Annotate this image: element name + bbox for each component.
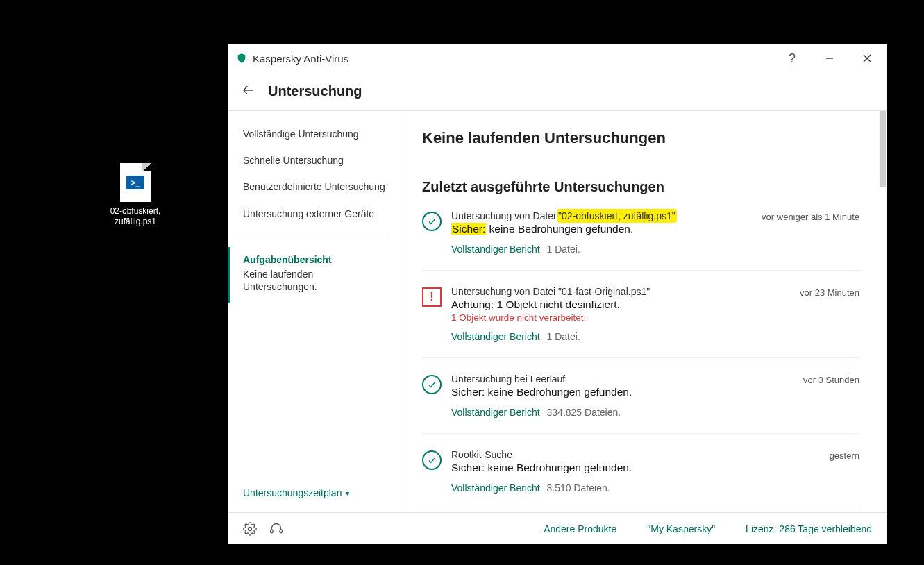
scan-file-count: 3.510 Dateien.	[547, 482, 610, 494]
heading-no-running-scans: Keine laufenden Untersuchungen	[422, 129, 859, 147]
svg-point-4	[249, 527, 252, 530]
powershell-glyph: >_	[126, 176, 144, 189]
chevron-down-icon: ▾	[346, 489, 349, 497]
sidebar-group-subtitle: Keine laufenden Untersuchungen.	[243, 268, 385, 293]
warning-icon: !	[422, 287, 442, 307]
sidebar-schedule-link[interactable]: Untersuchungszeitplan ▾	[228, 478, 401, 508]
settings-button[interactable]	[243, 522, 257, 536]
scan-title: Untersuchung von Datei "02-obfuskiert, z…	[451, 210, 738, 221]
sidebar-group-title: Aufgabenübersicht	[243, 254, 385, 265]
back-button[interactable]	[242, 83, 255, 99]
sidebar-item-task-overview[interactable]: Aufgabenübersicht Keine laufenden Unters…	[228, 247, 401, 303]
scan-time: vor 23 Minuten	[786, 286, 859, 342]
kaspersky-shield-icon	[236, 53, 247, 64]
page-title: Untersuchung	[268, 83, 362, 99]
full-report-link[interactable]: Vollständiger Bericht	[451, 482, 540, 494]
desktop-file-label: 02-obfuskiert, zufällig.ps1	[104, 206, 167, 227]
scan-status-line: Sicher: keine Bedrohungen gefunden.	[451, 386, 780, 398]
checkmark-icon	[422, 375, 442, 394]
footer-bar: Andere Produkte "My Kaspersky" Lizenz: 2…	[228, 512, 887, 544]
sidebar-item-external-devices[interactable]: Untersuchung externer Geräte	[228, 201, 401, 227]
help-button[interactable]: ?	[776, 44, 808, 72]
full-report-link[interactable]: Vollständiger Bericht	[451, 244, 540, 255]
scan-report-line: Vollständiger Bericht 334.825 Dateien.	[451, 407, 780, 418]
scrollbar-thumb[interactable]	[880, 111, 886, 187]
scan-time: vor weniger als 1 Minute	[748, 210, 859, 255]
svg-rect-6	[280, 529, 282, 532]
content-panel: Keine laufenden Untersuchungen Zuletzt a…	[401, 111, 887, 512]
scan-error-line: 1 Objekt wurde nicht verarbeitet.	[451, 312, 776, 323]
sidebar: Vollständige Untersuchung Schnelle Unter…	[228, 111, 401, 512]
svg-rect-5	[271, 529, 273, 532]
scan-result-row: Rootkit-Suche Sicher: keine Bedrohungen …	[422, 449, 859, 509]
scan-time: gestern	[816, 449, 859, 494]
scan-result-row: ! Untersuchung von Datei "01-fast-Origin…	[422, 286, 859, 358]
sidebar-item-full-scan[interactable]: Vollständige Untersuchung	[228, 121, 401, 147]
scan-status-line: Achtung: 1 Objekt nicht desinfiziert.	[451, 298, 776, 311]
close-button[interactable]	[851, 44, 883, 72]
scan-title: Untersuchung von Datei "01-fast-Original…	[451, 286, 776, 297]
scan-time: vor 3 Stunden	[789, 373, 859, 418]
highlighted-safe-label: Sicher:	[451, 223, 486, 235]
scan-report-line: Vollständiger Bericht 1 Datei.	[451, 244, 738, 255]
scan-report-line: Vollständiger Bericht 3.510 Dateien.	[451, 482, 806, 494]
footer-link-my-kaspersky[interactable]: "My Kaspersky"	[647, 523, 715, 534]
kaspersky-window: Kaspersky Anti-Virus ? Untersuchung Voll…	[228, 44, 887, 544]
scan-result-row: Untersuchung bei Leerlauf Sicher: keine …	[422, 373, 859, 434]
scan-file-count: 1 Datei.	[547, 331, 580, 342]
sidebar-separator	[243, 237, 385, 237]
titlebar: Kaspersky Anti-Virus ?	[228, 44, 887, 72]
scan-title: Untersuchung bei Leerlauf	[451, 373, 780, 385]
scan-report-line: Vollständiger Bericht 1 Datei.	[451, 331, 776, 342]
footer-link-other-products[interactable]: Andere Produkte	[544, 523, 616, 534]
subheader: Untersuchung	[228, 72, 887, 111]
checkmark-icon	[422, 450, 442, 470]
scan-title: Rootkit-Suche	[451, 449, 806, 460]
ps1-file-icon: >_	[120, 163, 151, 202]
sidebar-item-quick-scan[interactable]: Schnelle Untersuchung	[228, 147, 401, 174]
scan-result-row: Untersuchung von Datei "02-obfuskiert, z…	[422, 210, 859, 271]
checkmark-icon	[422, 212, 442, 231]
footer-link-license[interactable]: Lizenz: 286 Tage verbleibend	[746, 523, 872, 534]
heading-recent-scans: Zuletzt ausgeführte Untersuchungen	[422, 179, 859, 195]
sidebar-schedule-label: Untersuchungszeitplan	[243, 487, 342, 498]
support-button[interactable]	[269, 522, 283, 536]
scan-status-line: Sicher: keine Bedrohungen gefunden.	[451, 462, 806, 474]
scan-file-count: 334.825 Dateien.	[547, 407, 621, 418]
minimize-button[interactable]	[814, 44, 846, 72]
highlighted-filename: "02-obfuskiert, zufällig.ps1"	[558, 210, 675, 221]
scan-status-line: Sicher: keine Bedrohungen gefunden.	[451, 223, 738, 235]
full-report-link[interactable]: Vollständiger Bericht	[451, 331, 540, 342]
scan-file-count: 1 Datei.	[547, 244, 580, 255]
app-title: Kaspersky Anti-Virus	[253, 53, 348, 65]
desktop-file-icon[interactable]: >_ 02-obfuskiert, zufällig.ps1	[104, 163, 167, 227]
full-report-link[interactable]: Vollständiger Bericht	[451, 407, 540, 418]
sidebar-item-custom-scan[interactable]: Benutzerdefinierte Untersuchung	[228, 174, 401, 200]
